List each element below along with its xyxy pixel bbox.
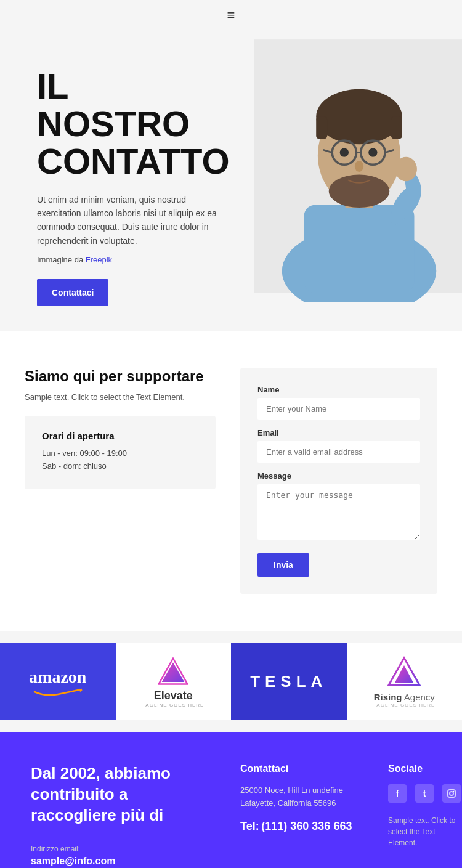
svg-point-14 bbox=[339, 148, 348, 156]
rising-tagline: TAGLINE GOES HERE bbox=[373, 702, 435, 708]
footer-social-title: Sociale bbox=[388, 763, 461, 774]
partner-elevate: Elevate TAGLINE GOES HERE bbox=[116, 643, 232, 720]
partner-amazon: amazon bbox=[0, 643, 116, 720]
rising-logo: Rising Agency TAGLINE GOES HERE bbox=[373, 655, 435, 708]
partners-section: amazon Elevate TAGLINE GOES HERE bbox=[0, 631, 462, 732]
submit-button[interactable]: Invia bbox=[257, 553, 309, 577]
footer-tel: Tel: (111) 360 336 663 bbox=[240, 820, 363, 833]
support-text: Sample text. Click to select the Text El… bbox=[25, 391, 216, 404]
footer-contact-title: Contattaci bbox=[240, 763, 363, 774]
footer-social: Sociale f t Sample text. Click to select… bbox=[388, 763, 461, 868]
rising-name-bold: Rising bbox=[374, 692, 402, 702]
svg-point-5 bbox=[316, 89, 402, 144]
name-label: Name bbox=[257, 385, 420, 394]
svg-point-24 bbox=[450, 792, 453, 795]
support-section: Siamo qui per supportare Sample text. Cl… bbox=[0, 331, 462, 631]
rising-name-regular: Agency bbox=[404, 692, 435, 702]
footer-social-text: Sample text. Click to select the Text El… bbox=[388, 815, 461, 848]
name-input[interactable] bbox=[257, 398, 420, 420]
svg-point-8 bbox=[328, 174, 389, 208]
hero-section: IL NOSTRO CONTATTO Ut enim ad minim veni… bbox=[0, 31, 462, 331]
hero-content: IL NOSTRO CONTATTO Ut enim ad minim veni… bbox=[0, 31, 254, 331]
footer-main: Dal 2002, abbiamo contribuito a raccogli… bbox=[0, 732, 462, 868]
svg-rect-23 bbox=[448, 790, 455, 797]
hours-row-weekday: Lun - ven: 09:00 - 19:00 bbox=[42, 448, 198, 458]
hours-row-weekend: Sab - dom: chiuso bbox=[42, 461, 198, 471]
svg-point-17 bbox=[395, 157, 417, 181]
menu-icon[interactable]: ≡ bbox=[227, 7, 235, 23]
footer-left: Dal 2002, abbiamo contribuito a raccogli… bbox=[31, 763, 216, 868]
message-input[interactable] bbox=[257, 484, 420, 540]
social-icons: f t bbox=[388, 784, 461, 803]
contact-button[interactable]: Contattaci bbox=[37, 279, 108, 306]
svg-point-15 bbox=[368, 148, 377, 156]
footer-tagline: Dal 2002, abbiamo contribuito a raccogli… bbox=[31, 763, 216, 825]
svg-point-25 bbox=[453, 791, 455, 792]
name-group: Name bbox=[257, 385, 420, 420]
image-credit: Immagine da Freepik bbox=[37, 255, 230, 264]
footer-address: 25000 Noce, Hill Ln undefine Lafayette, … bbox=[240, 784, 363, 810]
footer-email: sample@info.com bbox=[31, 856, 216, 867]
hero-title: IL NOSTRO CONTATTO bbox=[37, 68, 230, 180]
support-title: Siamo qui per supportare bbox=[25, 368, 216, 385]
svg-rect-6 bbox=[316, 116, 327, 139]
elevate-logo: Elevate TAGLINE GOES HERE bbox=[142, 656, 204, 708]
footer-email-label: Indirizzo email: bbox=[31, 845, 216, 853]
message-group: Message bbox=[257, 471, 420, 542]
partner-rising: Rising Agency TAGLINE GOES HERE bbox=[347, 643, 463, 720]
message-label: Message bbox=[257, 471, 420, 481]
svg-point-16 bbox=[354, 161, 363, 172]
footer-tel-number: (111) 360 336 663 bbox=[261, 820, 352, 832]
elevate-tagline: TAGLINE GOES HERE bbox=[142, 702, 204, 708]
email-input[interactable] bbox=[257, 441, 420, 463]
amazon-logo: amazon bbox=[29, 667, 86, 697]
navbar: ≡ bbox=[0, 0, 462, 31]
email-group: Email bbox=[257, 428, 420, 463]
support-left: Siamo qui per supportare Sample text. Cl… bbox=[25, 368, 216, 489]
footer-contact: Contattaci 25000 Noce, Hill Ln undefine … bbox=[240, 763, 363, 868]
email-label: Email bbox=[257, 428, 420, 437]
contact-form: Name Email Message Invia bbox=[240, 368, 437, 594]
elevate-name: Elevate bbox=[154, 689, 193, 702]
partner-tesla: TESLA bbox=[231, 643, 347, 720]
freepik-link[interactable]: Freepik bbox=[86, 255, 112, 264]
instagram-icon[interactable] bbox=[442, 784, 461, 803]
hours-title: Orari di apertura bbox=[42, 431, 198, 441]
twitter-icon[interactable]: t bbox=[415, 784, 434, 803]
tesla-logo: TESLA bbox=[250, 672, 327, 691]
hours-box: Orari di apertura Lun - ven: 09:00 - 19:… bbox=[25, 416, 216, 489]
facebook-icon[interactable]: f bbox=[388, 784, 407, 803]
rising-name: Rising Agency bbox=[374, 692, 435, 702]
svg-rect-7 bbox=[391, 116, 402, 139]
hero-image bbox=[254, 31, 462, 331]
hero-description: Ut enim ad minim veniam, quis nostrud ex… bbox=[37, 193, 230, 248]
